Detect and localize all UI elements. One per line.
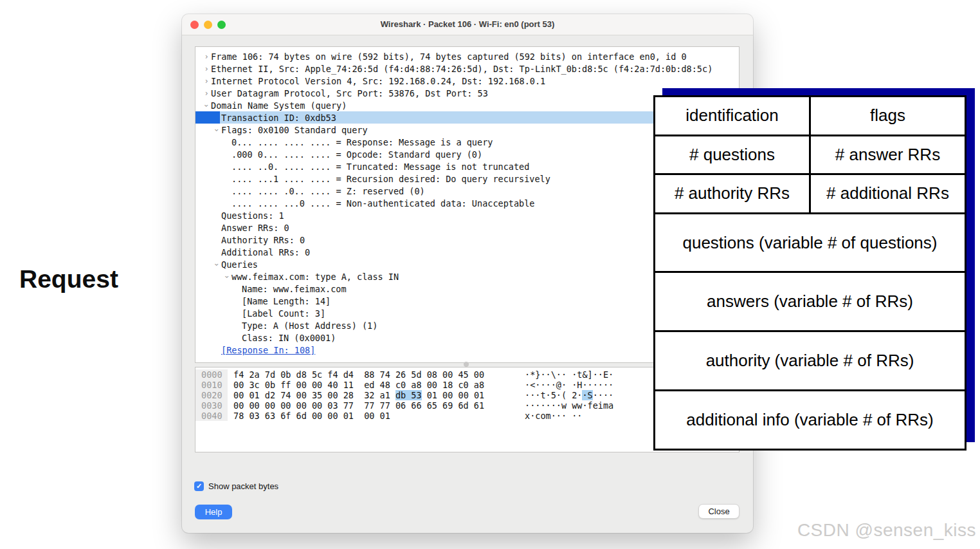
bytes-text: ·······w ww·feima bbox=[525, 400, 613, 411]
traffic-lights bbox=[190, 21, 226, 29]
show-packet-bytes-checkbox[interactable]: ✓ bbox=[194, 481, 204, 491]
packet-tree-row[interactable]: ›Internet Protocol Version 4, Src: 192.1… bbox=[195, 75, 739, 87]
dns-field-cell: answers (variable # of RRs) bbox=[655, 272, 966, 331]
show-packet-bytes-row: ✓ Show packet bytes bbox=[194, 481, 278, 491]
dns-field-cell: questions (variable # of questions) bbox=[655, 213, 966, 272]
dns-format-row: questions (variable # of questions) bbox=[655, 213, 966, 272]
tree-row-label: .... .... ...0 .... = Non-authenticated … bbox=[231, 198, 534, 209]
dns-field-cell: # answer RRs bbox=[810, 135, 966, 174]
tree-row-label: [Response In: 108] bbox=[221, 345, 315, 355]
dns-field-cell: authority (variable # of RRs) bbox=[655, 331, 966, 391]
bytes-text: ·*}··\·· ·t&]··E· bbox=[525, 369, 613, 380]
bytes-text: ·<····@· ·H······ bbox=[525, 380, 613, 390]
title-bar: Wireshark · Packet 106 · Wi-Fi: en0 (por… bbox=[182, 14, 753, 35]
chevron-right-icon[interactable]: › bbox=[202, 89, 211, 98]
byte-offset-label: 0030 bbox=[195, 400, 228, 411]
hex-bytes: 00 01 d2 74 00 35 00 28 32 a1 db 53 01 0… bbox=[233, 390, 484, 400]
tree-row-label: Additional RRs: 0 bbox=[221, 247, 310, 257]
bytes-text: f4 2a 7d 0b d8 5c f4 d4 88 74 26 5d 08 0… bbox=[233, 369, 484, 380]
byte-offset-label: 0020 bbox=[195, 390, 228, 400]
bytes-text: 78 03 63 6f 6d 00 00 01 00 01 bbox=[233, 411, 390, 421]
dns-field-cell: # questions bbox=[655, 135, 810, 174]
ascii-bytes: ·*}··\·· ·t&]··E· bbox=[525, 369, 613, 380]
ascii-bytes: ···t·5·( 2··S···· bbox=[525, 390, 613, 400]
pane-splitter-handle[interactable] bbox=[464, 362, 469, 367]
tree-row-label: Answer RRs: 0 bbox=[221, 223, 289, 233]
hex-bytes: 78 03 63 6f 6d 00 00 01 00 01 bbox=[233, 411, 390, 421]
byte-offset-label: 0000 bbox=[195, 369, 228, 380]
tree-row-label: Queries bbox=[221, 259, 258, 270]
bytes-text: x·com··· ·· bbox=[525, 411, 582, 421]
dns-format-row: additional info (variable # of RRs) bbox=[655, 391, 966, 450]
tree-row-label: Flags: 0x0100 Standard query bbox=[221, 125, 368, 135]
chevron-down-icon[interactable]: › bbox=[222, 272, 231, 281]
zoom-window-icon[interactable] bbox=[217, 21, 226, 29]
chevron-right-icon[interactable]: › bbox=[202, 77, 211, 86]
selection-indicator bbox=[195, 111, 220, 124]
show-packet-bytes-label: Show packet bytes bbox=[208, 481, 278, 491]
window-title: Wireshark · Packet 106 · Wi-Fi: en0 (por… bbox=[182, 14, 753, 35]
close-button[interactable]: Close bbox=[698, 504, 740, 519]
tree-row-label: User Datagram Protocol, Src Port: 53876,… bbox=[211, 88, 488, 98]
byte-offset-label: 0010 bbox=[195, 380, 228, 390]
close-window-icon[interactable] bbox=[190, 21, 199, 29]
bytes-text: 00 00 00 00 00 00 03 77 77 77 06 66 65 6… bbox=[233, 400, 484, 411]
hex-bytes: f4 2a 7d 0b d8 5c f4 d4 88 74 26 5d 08 0… bbox=[233, 369, 484, 380]
tree-row-label: Internet Protocol Version 4, Src: 192.16… bbox=[211, 76, 545, 86]
packet-tree-row[interactable]: ›Frame 106: 74 bytes on wire (592 bits),… bbox=[195, 50, 739, 62]
dns-field-cell: # additional RRs bbox=[810, 174, 966, 214]
tree-row-label: Type: A (Host Address) (1) bbox=[242, 321, 377, 331]
tree-row-label: Frame 106: 74 bytes on wire (592 bits), … bbox=[211, 51, 687, 62]
ascii-bytes: x·com··· ·· bbox=[525, 411, 582, 421]
tree-row-label: Ethernet II, Src: Apple_74:26:5d (f4:d4:… bbox=[211, 64, 712, 74]
tree-row-label: Class: IN (0x0001) bbox=[242, 333, 336, 343]
dns-format-row: identificationflags bbox=[655, 97, 966, 136]
tree-row-label: Authority RRs: 0 bbox=[221, 235, 305, 245]
ascii-bytes: ·<····@· ·H······ bbox=[525, 380, 613, 390]
dns-format-row: # authority RRs# additional RRs bbox=[655, 174, 966, 214]
chevron-down-icon[interactable]: › bbox=[212, 126, 221, 135]
byte-offset-label: 0040 bbox=[195, 411, 228, 421]
dns-message-format-table: identificationflags# questions# answer R… bbox=[653, 95, 966, 451]
highlighted-bytes: ·S bbox=[582, 390, 592, 400]
dns-format-row: # questions# answer RRs bbox=[655, 135, 966, 174]
tree-row-label: [Name Length: 14] bbox=[242, 296, 331, 306]
chevron-right-icon[interactable]: › bbox=[202, 64, 211, 73]
tree-row-label: .000 0... .... .... = Opcode: Standard q… bbox=[231, 149, 482, 160]
tree-row-label: Questions: 1 bbox=[221, 210, 284, 221]
tree-row-label: .... ...1 .... .... = Recursion desired:… bbox=[231, 174, 550, 184]
tree-row-label: .... ..0. .... .... = Truncated: Message… bbox=[231, 162, 529, 172]
dns-format-row: authority (variable # of RRs) bbox=[655, 331, 966, 391]
bytes-text: 00 01 d2 74 00 35 00 28 32 a1 bbox=[233, 390, 395, 400]
dns-field-cell: # authority RRs bbox=[655, 174, 810, 214]
bytes-text: 01 00 00 01 bbox=[422, 390, 485, 400]
dns-field-cell: identification bbox=[655, 97, 810, 136]
bytes-text: ···· bbox=[593, 390, 614, 400]
tree-row-label: Transaction ID: 0xdb53 bbox=[221, 113, 336, 123]
bytes-text: ···t·5·( 2· bbox=[525, 390, 582, 400]
chevron-down-icon[interactable]: › bbox=[212, 260, 221, 269]
help-button[interactable]: Help bbox=[195, 505, 232, 519]
highlighted-bytes: db 53 bbox=[395, 390, 422, 400]
minimize-window-icon[interactable] bbox=[204, 21, 212, 29]
hex-bytes: 00 00 00 00 00 00 03 77 77 77 06 66 65 6… bbox=[233, 400, 484, 411]
ascii-bytes: ·······w ww·feima bbox=[525, 400, 613, 411]
tree-row-label: www.feimax.com: type A, class IN bbox=[231, 272, 399, 282]
dns-field-cell: additional info (variable # of RRs) bbox=[655, 391, 966, 450]
tree-row-label: 0... .... .... .... = Response: Message … bbox=[231, 137, 493, 147]
tree-row-label: Domain Name System (query) bbox=[211, 100, 347, 111]
tree-row-label: .... .... .0.. .... = Z: reserved (0) bbox=[231, 186, 425, 196]
chevron-right-icon[interactable]: › bbox=[202, 52, 211, 61]
packet-tree-row[interactable]: ›Ethernet II, Src: Apple_74:26:5d (f4:d4… bbox=[195, 62, 739, 75]
tree-row-label: [Label Count: 3] bbox=[242, 308, 325, 319]
dns-field-cell: flags bbox=[810, 97, 966, 136]
hex-bytes: 00 3c 0b ff 00 00 40 11 ed 48 c0 a8 00 1… bbox=[233, 380, 484, 390]
watermark: CSDN @sensen_kiss bbox=[797, 520, 976, 541]
tree-row-label: Name: www.feimax.com bbox=[242, 284, 347, 294]
chevron-down-icon[interactable]: › bbox=[202, 101, 211, 110]
request-label: Request bbox=[19, 265, 118, 293]
bytes-text: 00 3c 0b ff 00 00 40 11 ed 48 c0 a8 00 1… bbox=[233, 380, 484, 390]
dns-format-row: answers (variable # of RRs) bbox=[655, 272, 966, 331]
